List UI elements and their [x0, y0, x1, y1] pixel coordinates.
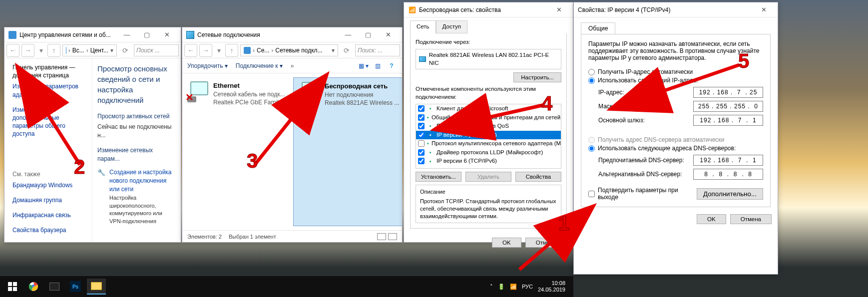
battery-icon[interactable]: 🔋 — [498, 284, 505, 290]
component-checkbox[interactable] — [418, 114, 425, 121]
tab-access[interactable]: Доступ — [436, 20, 467, 33]
crumb-1[interactable]: Вс... — [72, 47, 84, 54]
taskbar[interactable]: Ps ˄ 🔋 📶 РУС 10:08 24.05.2019 — [0, 276, 573, 297]
cancel-button[interactable]: Отмена — [730, 214, 772, 224]
component-label: Общий доступ к файлам и принтерам для се… — [432, 114, 561, 122]
breadcrumb[interactable]: › Се... › Сетевые подкл... ▾ — [240, 44, 338, 56]
change-adapter-link[interactable]: Изменение параметров адаптера — [12, 82, 88, 98]
component-item[interactable]: ▪IP версии 6 (TCP/IPv6) — [416, 157, 561, 166]
back-button[interactable]: ← — [6, 44, 19, 57]
recent-button[interactable]: ▾ — [214, 44, 223, 57]
crumb-2[interactable]: Сетевые подкл... — [275, 47, 322, 54]
titlebar[interactable]: Центр управления сетями и об... — ▢ ✕ — [4, 27, 181, 42]
component-item[interactable]: ▪Протокол мультиплексора сетевого адапте… — [416, 139, 561, 148]
component-item[interactable]: ▪Драйвер протокола LLDP (Майкрософт) — [416, 148, 561, 157]
crumb-2[interactable]: Цент... — [90, 47, 108, 54]
dns-manual-radio[interactable]: Использовать следующие адреса DNS-сервер… — [588, 145, 763, 152]
close-button[interactable]: ✕ — [754, 3, 774, 17]
cancel-button[interactable]: Отмена — [525, 238, 567, 248]
breadcrumb[interactable]: › Вс... › Цент... ▾ — [62, 44, 117, 56]
view-tiles-icon[interactable] — [377, 233, 386, 240]
up-button[interactable]: ↑ — [225, 44, 238, 57]
maximize-button[interactable]: ▢ — [358, 28, 378, 42]
advanced-sharing-link[interactable]: Изменить дополнительные параметры общего… — [12, 106, 88, 138]
infrared-link[interactable]: Инфракрасная связь — [12, 211, 88, 219]
install-button[interactable]: Установить... — [416, 172, 461, 182]
advanced-button[interactable]: Дополнительно... — [697, 188, 763, 200]
tab-network[interactable]: Сеть — [410, 20, 436, 33]
forward-button[interactable]: → — [21, 44, 34, 57]
up-button[interactable]: ↑ — [47, 44, 60, 57]
component-checkbox[interactable] — [418, 105, 425, 112]
component-item[interactable]: ▪Планировщик пакетов QoS — [416, 122, 561, 131]
clock[interactable]: 10:08 24.05.2019 — [538, 280, 565, 293]
close-button[interactable]: ✕ — [157, 28, 177, 42]
start-button[interactable] — [3, 279, 22, 295]
refresh-button[interactable]: ⟳ — [340, 44, 353, 57]
validate-checkbox[interactable]: Подтвердить параметры при выходе — [588, 187, 689, 201]
new-connection-link[interactable]: Создание и настройка нового подключения … — [109, 169, 172, 193]
help-button[interactable]: ? — [386, 60, 397, 71]
minimize-button[interactable]: — — [338, 28, 358, 42]
component-checkbox[interactable] — [418, 132, 425, 138]
search-input[interactable]: Поиск ... — [134, 44, 179, 56]
pane-button[interactable]: ▥ — [372, 60, 383, 71]
view-details-icon[interactable] — [388, 233, 397, 240]
component-checkbox[interactable] — [418, 140, 425, 147]
organize-menu[interactable]: Упорядочить ▾ — [187, 62, 228, 69]
browser-props-link[interactable]: Свойства браузера — [12, 226, 88, 234]
ip-auto-radio[interactable]: Получить IP-адрес автоматически — [588, 68, 763, 75]
change-settings-header: Изменение сетевых парам... — [97, 146, 176, 163]
photoshop-icon[interactable]: Ps — [66, 279, 85, 295]
minimize-button[interactable]: — — [117, 28, 137, 42]
tab-general[interactable]: Общие — [581, 22, 615, 34]
close-button[interactable]: ✕ — [549, 3, 569, 17]
refresh-button[interactable]: ⟳ — [119, 44, 132, 57]
wifi-icon[interactable]: 📶 — [510, 284, 517, 290]
view-button[interactable]: ▦ ▾ — [358, 60, 369, 71]
connect-to-menu[interactable]: Подключение к ▾ — [236, 62, 283, 69]
titlebar[interactable]: 📶 Беспроводная сеть: свойства ✕ — [404, 2, 573, 17]
dns1-input[interactable] — [693, 155, 763, 166]
component-item[interactable]: ▪Общий доступ к файлам и принтерам для с… — [416, 113, 561, 122]
component-checkbox[interactable] — [418, 123, 425, 129]
chrome-icon[interactable] — [24, 279, 43, 295]
net-icon — [186, 31, 194, 39]
ok-button[interactable]: OK — [697, 214, 726, 224]
titlebar[interactable]: Сетевые подключения — ▢ ✕ — [182, 27, 402, 42]
properties-button[interactable]: Свойства — [515, 172, 561, 182]
component-item[interactable]: ▪IP версии 4 (TCP/IPv4) — [416, 131, 561, 140]
back-button[interactable]: ← — [184, 44, 197, 57]
lang-indicator[interactable]: РУС — [522, 284, 533, 290]
maximize-button[interactable]: ▢ — [137, 28, 157, 42]
recent-button[interactable]: ▾ — [36, 44, 45, 57]
dns2-input[interactable] — [693, 169, 763, 180]
desc-title: Описание — [420, 188, 557, 196]
ethernet-item[interactable]: ✕ Ethernet Сетевой кабель не подк... Rea… — [182, 77, 293, 226]
forward-button[interactable]: → — [199, 44, 212, 57]
terminal-icon[interactable] — [45, 279, 64, 295]
see-also-header: См. также — [12, 170, 88, 178]
mask-input[interactable] — [693, 101, 763, 112]
ip-manual-radio[interactable]: Использовать следующий IP-адрес: — [588, 77, 763, 84]
components-list[interactable]: ▪Клиент для сетей Microsoft▪Общий доступ… — [416, 104, 561, 169]
gateway-input[interactable] — [693, 115, 763, 126]
component-item[interactable]: ▪Клиент для сетей Microsoft — [416, 104, 561, 113]
firewall-link[interactable]: Брандмауэр Windows — [12, 181, 88, 189]
cpanel-home-link[interactable]: Панель управления — домашняя страница — [12, 63, 88, 79]
wifi-item[interactable]: ✕ Беспроводная сеть Нет подключения Real… — [293, 77, 402, 226]
search-input[interactable]: Поиск: ... — [355, 44, 400, 56]
titlebar[interactable]: Свойства: IP версии 4 (TCP/IPv4) ✕ — [574, 2, 778, 17]
ok-button[interactable]: OK — [492, 238, 521, 248]
system-tray[interactable]: ˄ 🔋 📶 РУС 10:08 24.05.2019 — [490, 280, 570, 293]
ip-input[interactable] — [693, 87, 763, 98]
component-checkbox[interactable] — [418, 158, 425, 164]
toolbar: Упорядочить ▾ Подключение к ▾ » ▦ ▾ ▥ ? — [182, 58, 402, 73]
close-button[interactable]: ✕ — [378, 28, 398, 42]
homegroup-link[interactable]: Домашняя группа — [12, 196, 88, 204]
tray-up-icon[interactable]: ˄ — [490, 284, 493, 290]
crumb-1[interactable]: Се... — [257, 47, 269, 54]
configure-button[interactable]: Настроить... — [513, 72, 561, 82]
component-checkbox[interactable] — [418, 149, 425, 156]
explorer-icon[interactable] — [87, 279, 106, 295]
